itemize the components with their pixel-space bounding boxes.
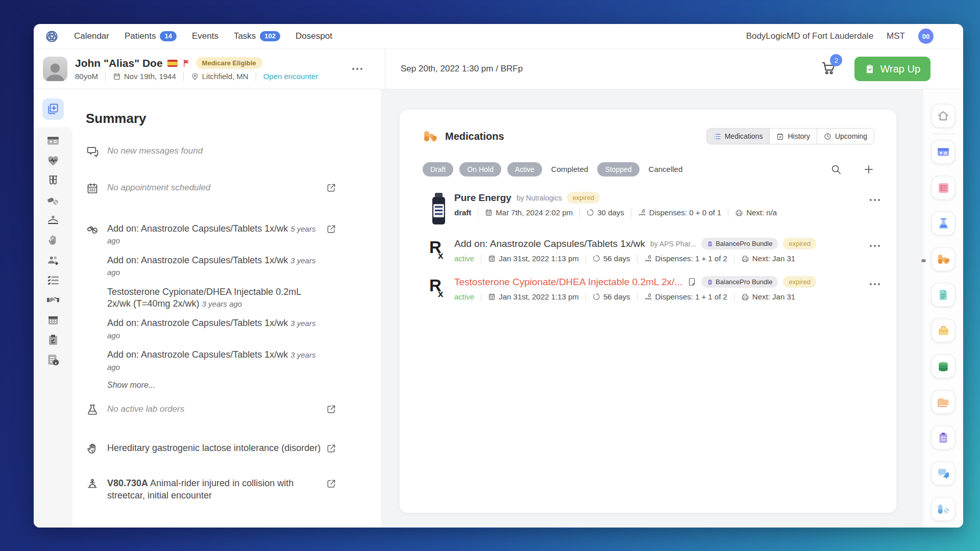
app-logo-icon[interactable] [45,30,59,43]
coins-icon[interactable] [932,355,955,378]
divider [932,134,954,134]
fax-icon [735,209,743,217]
patient-more-options-button[interactable] [349,65,365,73]
rx-icon: Rx [423,238,454,261]
clipboard-icon [707,279,713,285]
hand-icon[interactable] [46,234,60,247]
medication-dispenses: Dispenses: 1 + 1 of 2 [655,292,727,301]
medication-history-text: Add on: Anastrozole Capsules/Tablets 1x/… [107,318,288,328]
pills-icon[interactable] [932,247,955,271]
nav-calendar[interactable]: Calendar [74,31,109,41]
divider [637,293,638,301]
home-icon[interactable] [932,104,955,128]
medication-more-options-button[interactable] [867,276,883,288]
medication-title[interactable]: Pure Energy [454,192,511,204]
divider [734,293,734,301]
pills-blue-icon[interactable] [932,497,955,521]
medication-title[interactable]: Add on: Anastrozole Capsules/Tablets 1x/… [454,238,645,249]
document-icon[interactable] [932,283,955,307]
red-flag-icon [182,59,191,68]
tab-medications[interactable]: Medications [707,129,770,144]
divider [183,72,184,81]
divider [585,293,586,301]
nav-patients[interactable]: Patients14 [125,31,177,41]
add-medication-button[interactable] [863,164,874,175]
clipboard-icon[interactable] [932,426,955,449]
appointments-external-link-icon[interactable] [326,182,336,193]
cart-button[interactable]: 2 [821,60,836,78]
folder-icon[interactable] [932,390,955,414]
filter-draft[interactable]: Draft [423,162,453,177]
wrap-up-button[interactable]: Wrap Up [854,57,930,81]
user-avatar[interactable]: 00 [918,29,934,44]
id-card-icon[interactable] [932,140,955,164]
patient-dob: Nov 19th, 1944 [124,72,176,81]
task-list-icon[interactable] [932,176,955,199]
allergy-external-link-icon[interactable] [326,442,336,454]
briefcase-icon[interactable] [932,319,955,342]
document-info-icon[interactable] [46,353,60,366]
nav-dosespot[interactable]: Dosespot [296,31,332,41]
note-add-icon[interactable] [42,98,64,120]
flask-icon[interactable] [932,212,955,235]
summary-title: Summary [86,111,336,127]
checklist-icon[interactable] [46,273,60,287]
handshake-icon[interactable] [46,293,60,307]
wrap-up-label: Wrap Up [880,63,920,75]
pills-icon[interactable] [46,194,60,207]
divider [481,255,481,263]
clipboard-check-icon[interactable] [46,333,60,346]
fax-icon [741,293,749,301]
nav-dosespot-label: Dosespot [296,31,332,41]
list-icon [714,133,721,140]
open-encounter-link[interactable]: Open encounter [263,72,318,81]
medications-external-link-icon[interactable] [326,223,336,234]
show-more-link[interactable]: Show more... [107,381,326,390]
search-icon[interactable] [830,164,842,175]
lab-tubes-icon[interactable] [46,174,60,187]
divider [478,209,478,217]
medications-title: Medications [445,131,504,142]
filter-stopped[interactable]: Stopped [597,162,639,177]
medication-status: active [454,292,474,301]
clinic-name[interactable]: BodyLogicMD of Fort Lauderdale [746,31,873,41]
medication-history-ago: 3 years ago [202,299,242,308]
nav-events[interactable]: Events [192,31,218,41]
medication-history-text: Add on: Anastrozole Capsules/Tablets 1x/… [107,349,288,360]
medication-more-options-button[interactable] [867,238,883,250]
medication-pharmacy: by APS Phar... [650,240,696,248]
exam-icon[interactable] [46,214,60,227]
tab-history[interactable]: History [769,129,817,144]
note-icon[interactable] [688,278,696,286]
group-add-icon[interactable] [46,254,60,267]
bundle-badge: BalancePro Bundle [701,238,778,249]
chat-icon[interactable] [932,462,955,485]
patient-header: John "Alias" Doe Medicare Eligible 80yoM… [34,49,963,89]
chat-bubbles-icon [86,145,99,158]
divider [728,209,728,217]
spain-flag-icon [167,60,178,67]
labs-external-link-icon[interactable] [326,403,336,414]
diagnosis-summary-row: V80.730A Animal-rider injured in collisi… [86,478,336,502]
filter-completed[interactable]: Completed [548,162,592,177]
appointments-summary-row: No appointment scheduled [86,182,336,194]
heartbeat-icon[interactable] [46,154,60,167]
medication-more-options-button[interactable] [867,192,883,204]
filter-active[interactable]: Active [507,162,542,177]
filter-cancelled[interactable]: Cancelled [646,162,686,177]
diagnosis-external-link-icon[interactable] [326,478,336,489]
divider [481,293,481,301]
medication-date: Mar 7th, 2024 2:02 pm [496,208,573,217]
tab-upcoming[interactable]: Upcoming [817,129,874,144]
timezone-label[interactable]: MST [887,31,905,41]
clipboard-icon [707,241,713,247]
dispenses-icon [644,293,652,301]
medication-duration: 56 days [603,292,630,301]
divider [734,255,734,263]
nav-tasks[interactable]: Tasks102 [234,31,280,41]
left-icon-rail [34,89,72,528]
filter-on-hold[interactable]: On Hold [459,162,501,177]
calendar-icon[interactable] [46,313,60,327]
medication-title[interactable]: Testosterone Cypionate/DHEA Injectable 0… [454,277,682,288]
id-card-icon[interactable] [46,134,60,147]
